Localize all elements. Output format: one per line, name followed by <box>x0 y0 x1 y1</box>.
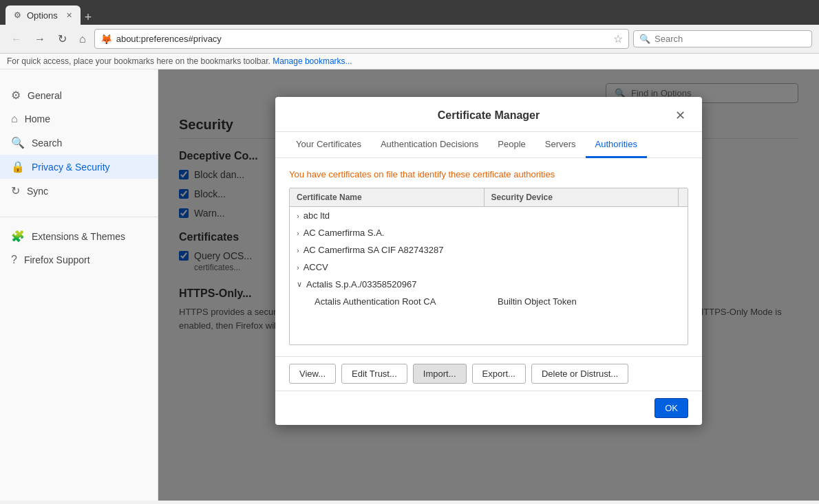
cert-row-ac-camerfirma[interactable]: › AC Camerfirma S.A. <box>290 224 688 241</box>
sidebar-item-support[interactable]: ? Firefox Support <box>0 248 158 272</box>
search-input[interactable] <box>655 34 806 44</box>
expand-icon: › <box>297 263 299 272</box>
dialog-footer: OK <box>275 391 702 425</box>
tab-people[interactable]: People <box>488 132 535 158</box>
tab-title: Options <box>27 10 58 21</box>
tab-settings-icon: ⚙ <box>14 10 21 20</box>
tab-your-certificates[interactable]: Your Certificates <box>286 132 371 158</box>
main-content: ⚙ General ⌂ Home 🔍 Search 🔒 Privacy & Se… <box>0 69 819 501</box>
sidebar-item-label: Extensions & Themes <box>32 231 125 242</box>
tab-bar: ⚙ Options ✕ + <box>6 0 96 25</box>
dialog-tabs: Your Certificates Authentication Decisio… <box>275 132 702 158</box>
cert-row-actalis[interactable]: ∨ Actalis S.p.A./03358520967 <box>290 276 688 293</box>
import-button[interactable]: Import... <box>413 364 467 384</box>
new-tab-button[interactable]: + <box>81 10 96 25</box>
cert-row-abc[interactable]: › abc ltd <box>290 207 688 224</box>
sidebar-item-label: Sync <box>27 186 48 197</box>
manage-bookmarks-link[interactable]: Manage bookmarks... <box>273 56 352 66</box>
dialog-close-button[interactable]: ✕ <box>672 108 688 123</box>
edit-trust-button[interactable]: Edit Trust... <box>341 364 407 384</box>
reload-button[interactable]: ↻ <box>54 30 71 48</box>
tab-close-button[interactable]: ✕ <box>66 11 72 20</box>
home-button[interactable]: ⌂ <box>75 30 90 48</box>
bookmarks-bar: For quick access, place your bookmarks h… <box>0 54 819 69</box>
extensions-icon: 🧩 <box>11 230 25 243</box>
expand-icon: › <box>297 212 299 220</box>
home-icon: ⌂ <box>11 113 18 125</box>
expand-icon: › <box>297 229 299 237</box>
cert-row-ac-camerfirma-cif[interactable]: › AC Camerfirma SA CIF A82743287 <box>290 241 688 259</box>
sidebar-item-label: Home <box>25 113 50 124</box>
cert-device: Builtin Object Token <box>498 296 681 307</box>
tab-authentication-decisions[interactable]: Authentication Decisions <box>371 132 488 158</box>
dialog-description: You have certificates on file that ident… <box>289 169 688 179</box>
desc-em: identify these certificate authorities <box>418 169 555 179</box>
cert-name: abc ltd <box>304 210 681 221</box>
sidebar-item-label: Search <box>32 138 62 149</box>
firefox-icon: 🦊 <box>100 34 112 45</box>
sidebar-item-sync[interactable]: ↻ Sync <box>0 179 158 203</box>
modal-overlay: Certificate Manager ✕ Your Certificates … <box>158 69 819 501</box>
browser-chrome: ⚙ Options ✕ + <box>0 0 819 25</box>
bookmarks-text: For quick access, place your bookmarks h… <box>7 56 270 66</box>
sidebar-item-label: Firefox Support <box>24 254 90 265</box>
sync-icon: ↻ <box>11 184 20 197</box>
forward-button[interactable]: → <box>30 30 50 48</box>
cert-name: ACCV <box>304 262 681 272</box>
back-button[interactable]: ← <box>7 30 26 48</box>
certificate-table: Certificate Name Security Device › abc l… <box>289 188 688 345</box>
gear-icon: ⚙ <box>11 89 21 102</box>
cert-table-header: Certificate Name Security Device <box>290 188 688 207</box>
cert-name: Actalis Authentication Root CA <box>315 296 498 307</box>
cert-row-actalis-child[interactable]: Actalis Authentication Root CA Builtin O… <box>290 293 688 310</box>
cert-name: AC Camerfirma SA CIF A82743287 <box>304 245 681 255</box>
dialog-header: Certificate Manager ✕ <box>275 97 702 132</box>
sidebar-item-search[interactable]: 🔍 Search <box>0 131 158 155</box>
cert-name: AC Camerfirma S.A. <box>304 228 681 238</box>
cert-row-accv[interactable]: › ACCV <box>290 259 688 276</box>
cert-col-device-header: Security Device <box>485 188 679 206</box>
address-bar[interactable] <box>116 34 609 44</box>
tab-servers[interactable]: Servers <box>535 132 586 158</box>
dialog-action-buttons: View... Edit Trust... Import... Export..… <box>275 356 702 391</box>
dialog-body: You have certificates on file that ident… <box>275 158 702 356</box>
browser-toolbar: ← → ↻ ⌂ 🦊 ☆ 🔍 <box>0 25 819 54</box>
sidebar-item-extensions[interactable]: 🧩 Extensions & Themes <box>0 224 158 248</box>
search-icon: 🔍 <box>11 136 25 149</box>
export-button[interactable]: Export... <box>472 364 526 384</box>
cert-table-body[interactable]: › abc ltd › AC Camerfirma S.A. › AC Came… <box>290 207 688 344</box>
ok-button[interactable]: OK <box>655 398 688 418</box>
sidebar-item-label: Privacy & Security <box>32 162 110 173</box>
lock-icon: 🔒 <box>11 160 25 173</box>
cert-name: Actalis S.p.A./03358520967 <box>306 279 681 289</box>
delete-distrust-button[interactable]: Delete or Distrust... <box>531 364 628 384</box>
search-icon: 🔍 <box>639 34 650 44</box>
sidebar-item-home[interactable]: ⌂ Home <box>0 107 158 131</box>
support-icon: ? <box>11 254 17 266</box>
expand-icon: ∨ <box>297 280 302 289</box>
dialog-title: Certificate Manager <box>422 109 555 122</box>
search-bar-container: 🔍 <box>633 30 812 47</box>
certificate-manager-dialog: Certificate Manager ✕ Your Certificates … <box>275 97 702 425</box>
sidebar-item-privacy[interactable]: 🔒 Privacy & Security <box>0 155 158 179</box>
sidebar-item-label: General <box>28 90 62 101</box>
content-area: 🔍 Security Deceptive Co... Block dan... … <box>158 69 819 501</box>
expand-icon: › <box>297 246 299 254</box>
active-tab[interactable]: ⚙ Options ✕ <box>6 6 81 25</box>
sidebar-item-general[interactable]: ⚙ General <box>0 83 158 107</box>
sidebar: ⚙ General ⌂ Home 🔍 Search 🔒 Privacy & Se… <box>0 69 158 501</box>
desc-pre: You have certificates on file that <box>289 169 418 179</box>
view-button[interactable]: View... <box>289 364 336 384</box>
tab-authorities[interactable]: Authorities <box>586 132 647 158</box>
cert-col-name-header: Certificate Name <box>290 188 485 206</box>
cert-table-corner <box>678 188 688 206</box>
address-bar-container: 🦊 ☆ <box>94 29 629 49</box>
bookmark-star-icon[interactable]: ☆ <box>613 32 623 45</box>
